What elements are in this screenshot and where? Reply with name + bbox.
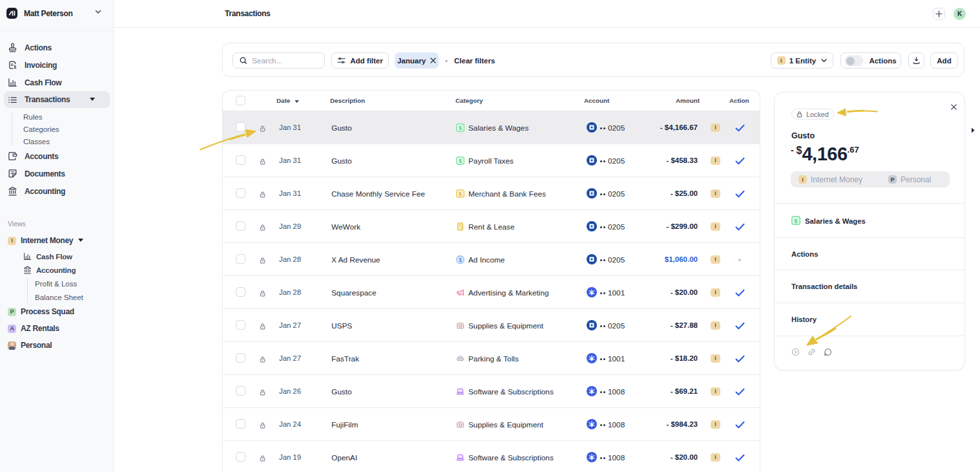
svg-text:$: $ — [794, 218, 797, 224]
svg-text:$: $ — [459, 125, 462, 131]
svg-text:$: $ — [459, 158, 462, 164]
svg-text:$: $ — [14, 65, 16, 70]
svg-text:$: $ — [459, 191, 462, 197]
svg-text:$: $ — [459, 257, 462, 263]
